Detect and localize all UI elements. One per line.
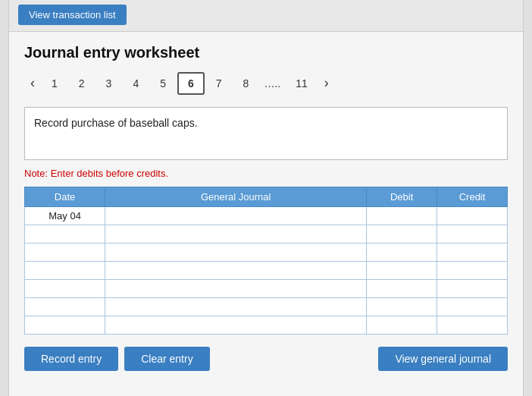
page-3[interactable]: 3 [96,73,122,94]
gj-cell-0[interactable] [105,206,367,225]
pagination: ‹ 1 2 3 4 5 6 7 8 ….. 11 › [24,72,508,95]
page-title: Journal entry worksheet [24,44,508,61]
gj-input-5[interactable] [118,298,366,316]
description-box: Record purchase of baseball caps. [24,107,508,160]
credit-cell-6[interactable] [437,316,508,334]
credit-input-4[interactable] [437,280,507,297]
gj-input-2[interactable] [105,244,366,261]
clear-entry-button[interactable]: Clear entry [124,347,209,371]
credit-cell-0[interactable] [437,206,508,225]
gj-input-6[interactable] [105,316,366,334]
gj-cell-3[interactable] [105,261,367,279]
pagination-ellipsis: ….. [259,74,285,93]
debit-cell-5[interactable] [367,297,437,316]
note-text: Note: Enter debits before credits. [24,168,508,179]
credit-input-3[interactable] [437,262,507,279]
credit-input-1[interactable] [437,225,507,243]
main-container: View transaction list Journal entry work… [8,0,524,396]
bottom-buttons: Record entry Clear entry View general jo… [24,347,508,371]
top-bar: View transaction list [9,0,523,32]
debit-input-3[interactable] [367,262,437,279]
col-debit: Debit [367,187,437,206]
date-cell-1 [25,225,105,243]
debit-input-6[interactable] [367,316,437,334]
debit-input-2[interactable] [367,244,437,261]
debit-input-4[interactable] [367,280,437,297]
page-1[interactable]: 1 [42,73,67,94]
credit-input-2[interactable] [437,244,507,261]
gj-cell-5[interactable] [105,297,367,316]
table-row [25,297,508,316]
gj-cell-1[interactable] [105,225,367,243]
table-row [25,261,508,279]
credit-cell-5[interactable] [437,297,508,316]
table-row [25,225,508,243]
table-row [25,279,508,297]
view-general-journal-button[interactable]: View general journal [378,347,508,371]
table-row [25,243,508,261]
page-5[interactable]: 5 [150,73,176,94]
table-row [25,316,508,334]
credit-input-5[interactable] [437,298,507,316]
date-cell-3 [25,261,105,279]
page-6[interactable]: 6 [177,72,205,95]
debit-input-0[interactable] [367,207,437,225]
col-date: Date [25,187,105,206]
page-11[interactable]: 11 [286,73,318,94]
credit-cell-4[interactable] [437,279,508,297]
credit-input-0[interactable] [437,207,507,225]
gj-input-4[interactable] [105,280,366,297]
debit-cell-6[interactable] [367,316,437,334]
date-cell-4 [25,279,105,297]
gj-cell-4[interactable] [105,279,367,297]
record-entry-button[interactable]: Record entry [24,347,118,371]
credit-cell-1[interactable] [437,225,508,243]
debit-input-1[interactable] [367,225,437,243]
main-content: Journal entry worksheet ‹ 1 2 3 4 5 6 7 … [9,32,523,383]
gj-input-0[interactable] [105,207,366,225]
table-row: May 04 [25,206,508,225]
debit-input-5[interactable] [367,298,437,316]
view-transaction-button[interactable]: View transaction list [18,5,127,25]
date-cell-6 [25,316,105,334]
col-general-journal: General Journal [105,187,367,206]
page-2[interactable]: 2 [69,73,95,94]
debit-cell-3[interactable] [367,261,437,279]
credit-cell-2[interactable] [437,243,508,261]
date-cell-5 [25,297,105,316]
gj-cell-6[interactable] [105,316,367,334]
page-7[interactable]: 7 [206,73,232,94]
credit-cell-3[interactable] [437,261,508,279]
journal-table: Date General Journal Debit Credit May 04 [24,187,508,335]
credit-input-6[interactable] [437,316,507,334]
col-credit: Credit [437,187,508,206]
debit-cell-2[interactable] [367,243,437,261]
pagination-prev[interactable]: ‹ [24,72,41,94]
description-text: Record purchase of baseball caps. [34,117,198,129]
debit-cell-0[interactable] [367,206,437,225]
date-cell-0: May 04 [25,206,105,225]
page-4[interactable]: 4 [123,73,149,94]
gj-input-3[interactable] [118,262,366,279]
gj-input-1[interactable] [118,225,366,243]
pagination-next[interactable]: › [318,72,335,94]
debit-cell-1[interactable] [367,225,437,243]
date-cell-2 [25,243,105,261]
page-8[interactable]: 8 [233,73,259,94]
gj-cell-2[interactable] [105,243,367,261]
debit-cell-4[interactable] [367,279,437,297]
